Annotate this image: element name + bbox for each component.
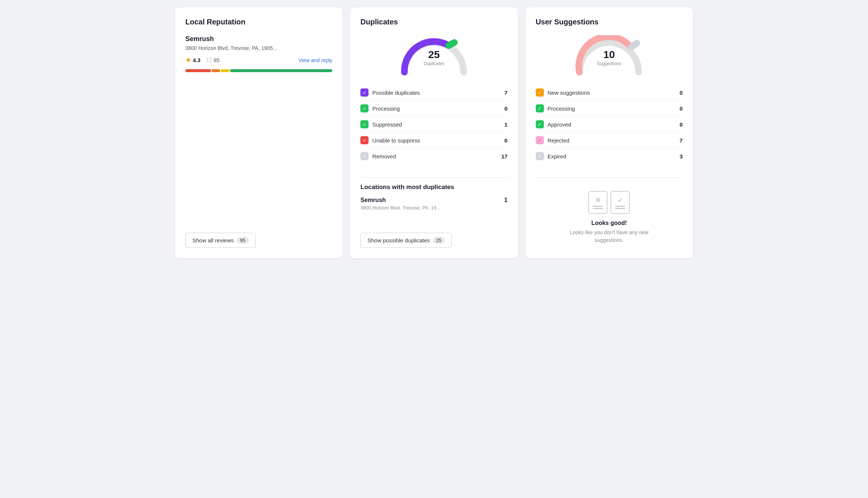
reviews-count-value: 95 bbox=[213, 57, 220, 63]
stat-icon-red: ✓ bbox=[360, 136, 369, 144]
rating-display: ★ 4.3 bbox=[185, 56, 201, 64]
stat-label-new-suggestions: New suggestions bbox=[548, 90, 590, 96]
stat-label-possible: Possible duplicates bbox=[372, 90, 420, 96]
stat-count-processing-sug: 0 bbox=[680, 105, 683, 112]
duplicates-stat-list: ✓ Possible duplicates 7 ✓ Processing 0 ✓… bbox=[360, 85, 507, 164]
stat-label-suppressed: Suppressed bbox=[372, 121, 402, 128]
stat-approved: ✓ Approved 0 bbox=[536, 117, 683, 132]
bubble-icon: ☐ bbox=[206, 57, 212, 64]
empty-title: Looks good! bbox=[591, 220, 627, 226]
doc-line-4 bbox=[615, 208, 625, 209]
stat-count-approved: 0 bbox=[680, 121, 683, 128]
stat-label-approved: Approved bbox=[548, 121, 571, 128]
location-address: 3800 Horizon Blvd, Trevose, PA, 19... bbox=[360, 205, 507, 211]
duplicates-gauge-text: 25 Duplicates bbox=[424, 49, 444, 66]
empty-icon-wrap: ✕ ✓ bbox=[588, 191, 630, 214]
duplicates-gauge: 25 Duplicates bbox=[397, 35, 471, 76]
location-count: 1 bbox=[504, 197, 508, 203]
suggestions-gauge-text: 10 Suggestions bbox=[597, 49, 621, 66]
stat-expired: ✓ Expired 3 bbox=[536, 148, 683, 164]
location-name: Semrush bbox=[360, 197, 386, 203]
location-row: Semrush 1 bbox=[360, 197, 507, 203]
business-address: 3800 Horizon Blvd, Trevose, PA, 1905... bbox=[185, 45, 332, 51]
doc-line-2 bbox=[593, 208, 603, 209]
duplicates-card: Duplicates 25 Duplicates ✓ bbox=[350, 7, 518, 258]
stat-possible-duplicates: ✓ Possible duplicates 7 bbox=[360, 85, 507, 101]
local-reputation-title: Local Reputation bbox=[185, 18, 332, 26]
bar-red bbox=[185, 69, 211, 72]
doc-lines-reject bbox=[593, 206, 603, 209]
cross-icon: ✕ bbox=[595, 196, 601, 204]
stat-new-suggestions: ✓ New suggestions 0 bbox=[536, 85, 683, 101]
suggestions-stat-list: ✓ New suggestions 0 ✓ Processing 0 ✓ App… bbox=[536, 85, 683, 164]
doc-line-3 bbox=[615, 206, 625, 207]
bar-yellow bbox=[221, 69, 229, 72]
stat-icon-yellow: ✓ bbox=[536, 88, 544, 97]
show-all-reviews-badge: 95 bbox=[237, 237, 249, 244]
stat-count-possible: 7 bbox=[504, 90, 507, 96]
stat-label-processing-dup: Processing bbox=[372, 105, 400, 112]
stat-count-rejected: 7 bbox=[680, 137, 683, 144]
stat-label-rejected: Rejected bbox=[548, 137, 569, 144]
doc-icon-approve: ✓ bbox=[610, 191, 630, 214]
stat-icon-green-approved: ✓ bbox=[536, 120, 544, 128]
star-icon: ★ bbox=[185, 56, 191, 64]
stat-count-expired: 3 bbox=[680, 153, 683, 159]
stat-removed: ✓ Removed 17 bbox=[360, 148, 507, 164]
business-name: Semrush bbox=[185, 35, 332, 43]
stat-rejected: ✓ Rejected 7 bbox=[536, 132, 683, 148]
local-reputation-card: Local Reputation Semrush 3800 Horizon Bl… bbox=[175, 7, 343, 258]
doc-lines-approve bbox=[615, 206, 625, 209]
stat-count-suppressed: 1 bbox=[504, 121, 507, 128]
user-suggestions-title: User Suggestions bbox=[536, 18, 683, 26]
stat-count-unable: 0 bbox=[504, 137, 507, 144]
show-possible-duplicates-badge: 25 bbox=[433, 237, 445, 244]
bar-orange bbox=[212, 69, 220, 72]
suggestions-gauge: 10 Suggestions bbox=[572, 35, 646, 76]
stat-icon-green-processing-sug: ✓ bbox=[536, 104, 544, 112]
duplicates-gauge-container: 25 Duplicates bbox=[360, 35, 507, 76]
rating-bar bbox=[185, 69, 332, 72]
divider-2 bbox=[536, 177, 683, 178]
stat-label-unable: Unable to suppress bbox=[372, 137, 420, 144]
stat-count-processing-dup: 0 bbox=[504, 105, 507, 112]
rating-value: 4.3 bbox=[193, 57, 201, 63]
suggestions-gauge-number: 10 bbox=[597, 49, 621, 60]
duplicates-gauge-number: 25 bbox=[424, 49, 444, 60]
check-icon: ✓ bbox=[618, 196, 623, 204]
stat-count-removed: 17 bbox=[501, 153, 508, 159]
stat-icon-gray-expired: ✓ bbox=[536, 152, 544, 160]
dashboard: Local Reputation Semrush 3800 Horizon Bl… bbox=[175, 7, 693, 258]
stat-processing-sug: ✓ Processing 0 bbox=[536, 101, 683, 117]
stat-icon-green-suppressed: ✓ bbox=[360, 120, 369, 128]
show-all-reviews-label: Show all reviews bbox=[192, 237, 234, 243]
suggestions-gauge-container: 10 Suggestions bbox=[536, 35, 683, 76]
stat-icon-pink-rejected: ✓ bbox=[536, 136, 544, 144]
empty-state: ✕ ✓ Looks good! Looks like you don't hav… bbox=[536, 184, 683, 248]
rating-row: ★ 4.3 ☐ 95 View and reply bbox=[185, 56, 332, 64]
empty-desc: Looks like you don't have any new sugges… bbox=[561, 229, 657, 244]
view-reply-link[interactable]: View and reply bbox=[299, 57, 333, 63]
bar-green bbox=[230, 69, 332, 72]
show-all-reviews-button[interactable]: Show all reviews 95 bbox=[185, 233, 256, 248]
stat-label-processing-sug: Processing bbox=[548, 105, 575, 112]
stat-unable-suppress: ✓ Unable to suppress 0 bbox=[360, 132, 507, 148]
user-suggestions-card: User Suggestions 10 Suggestions bbox=[525, 7, 693, 258]
stat-count-new-suggestions: 0 bbox=[680, 90, 683, 96]
stat-processing-dup: ✓ Processing 0 bbox=[360, 101, 507, 117]
stat-icon-gray-removed: ✓ bbox=[360, 152, 369, 160]
stat-icon-green-processing: ✓ bbox=[360, 104, 369, 112]
duplicates-title: Duplicates bbox=[360, 18, 507, 26]
doc-icon-reject: ✕ bbox=[588, 191, 608, 214]
stat-suppressed: ✓ Suppressed 1 bbox=[360, 117, 507, 132]
stat-icon-purple: ✓ bbox=[360, 88, 369, 97]
show-possible-duplicates-button[interactable]: Show possible duplicates 25 bbox=[360, 233, 452, 248]
doc-line-1 bbox=[593, 206, 603, 207]
suggestions-gauge-label: Suggestions bbox=[597, 61, 621, 66]
divider-1 bbox=[360, 177, 507, 178]
reviews-count-display: ☐ 95 bbox=[206, 57, 220, 64]
stat-label-removed: Removed bbox=[372, 153, 396, 159]
show-possible-duplicates-label: Show possible duplicates bbox=[367, 237, 430, 243]
stat-label-expired: Expired bbox=[548, 153, 566, 159]
duplicates-gauge-label: Duplicates bbox=[424, 61, 444, 66]
